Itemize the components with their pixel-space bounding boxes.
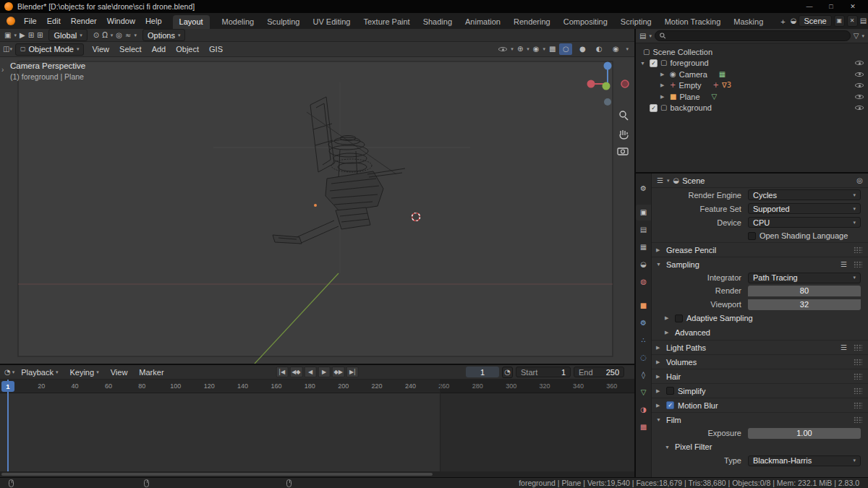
adaptive-sampling-checkbox[interactable] — [675, 314, 683, 322]
playback-menu[interactable]: Playback ▾ — [16, 368, 63, 377]
properties-tab[interactable]: ◑ — [636, 402, 651, 418]
collection-checkbox[interactable]: ✓ — [650, 104, 658, 112]
outliner-search[interactable] — [655, 30, 851, 41]
timeline-scrollbar[interactable] — [0, 471, 634, 477]
panel-header-sampling[interactable]: ▼ Sampling ☰ — [652, 257, 868, 271]
properties-tab[interactable]: ▣ — [636, 205, 651, 221]
viewport-canvas[interactable] — [0, 57, 634, 364]
simplify-checkbox[interactable] — [666, 387, 674, 395]
auto-keying-stopwatch-icon[interactable]: ◔ — [502, 367, 513, 378]
panel-drag-grip[interactable] — [854, 344, 862, 351]
workspace-tab[interactable]: Masking — [727, 15, 770, 29]
snap-magnet-icon[interactable]: Ω — [102, 32, 108, 39]
properties-tab[interactable]: ◍ — [636, 274, 651, 290]
maximize-button[interactable]: □ — [820, 1, 842, 12]
proportional-editing-icon[interactable]: ◎ — [116, 32, 122, 39]
options-dropdown[interactable]: Options ▾ — [142, 29, 185, 41]
object-name[interactable]: Empty — [678, 81, 701, 90]
add-workspace-button[interactable]: + — [775, 15, 790, 29]
viewport-menu-item[interactable]: Object — [171, 45, 204, 53]
viewport-menu-item[interactable]: View — [87, 45, 114, 53]
properties-tab[interactable]: ⚙ — [636, 181, 651, 197]
panel-header-light-paths[interactable]: ▶ Light Paths ☰ — [652, 340, 868, 354]
editor-type-icon[interactable]: ◫ — [3, 46, 9, 53]
editor-type-icon[interactable]: ◔ — [4, 369, 11, 376]
gizmos-icon[interactable]: ⊕ — [517, 46, 523, 53]
menu-item[interactable]: Help — [140, 13, 167, 29]
motion-blur-checkbox[interactable]: ✓ — [666, 401, 674, 409]
viewport-3d[interactable]: › Camera Perspective (1) foreground | Pl… — [0, 57, 634, 364]
properties-tab[interactable]: ◌ — [636, 350, 651, 366]
preset-menu-icon[interactable]: ☰ — [841, 261, 847, 268]
editor-type-icon[interactable]: ▣ — [4, 32, 11, 39]
collection-checkbox[interactable]: ✓ — [650, 59, 658, 67]
object-name[interactable]: Plane — [679, 93, 699, 101]
outliner-row-plane[interactable]: ▶ ■ Plane ▽ — [636, 91, 868, 103]
menu-item[interactable]: Render — [66, 13, 102, 29]
panel-drag-grip[interactable] — [854, 416, 862, 423]
active-tool-icon[interactable]: ▶ — [20, 32, 25, 39]
menu-item[interactable]: Window — [102, 13, 140, 29]
hide-eye-icon[interactable] — [855, 82, 864, 90]
properties-tab[interactable]: ▩ — [636, 419, 651, 435]
properties-tab[interactable]: ▤ — [636, 222, 651, 238]
object-name[interactable]: Camera — [679, 70, 707, 79]
disclosure-triangle-icon[interactable]: ▶ — [660, 82, 667, 88]
workspace-tab[interactable]: Sculpting — [260, 15, 306, 29]
hide-eye-icon[interactable] — [855, 93, 864, 100]
panel-drag-grip[interactable] — [854, 373, 862, 380]
workspace-tab[interactable]: Modeling — [216, 15, 261, 29]
frame-start-field[interactable]: Start 1 — [516, 367, 571, 377]
workspace-tab[interactable]: Shading — [417, 15, 459, 29]
panel-drag-grip[interactable] — [854, 359, 862, 365]
panel-drag-grip[interactable] — [854, 402, 862, 408]
axis-z-handle[interactable] — [604, 62, 612, 70]
disclosure-triangle-icon[interactable]: ▶ — [660, 94, 667, 100]
mode-dropdown[interactable]: ▢ Object Mode ▾ — [15, 43, 84, 56]
frame-end-field[interactable]: End 250 — [574, 367, 624, 377]
collection-name[interactable]: background — [670, 103, 712, 112]
shading-rendered-button[interactable]: ◉ — [609, 43, 622, 55]
xray-toggle-icon[interactable]: ▩ — [549, 46, 556, 53]
panel-header-simplify[interactable]: ▶ Simplify — [652, 383, 868, 398]
viewport-menu-item[interactable]: GIS — [204, 45, 228, 53]
current-frame-field[interactable]: 1 — [466, 367, 499, 377]
disclosure-triangle-icon[interactable]: ▼ — [640, 61, 647, 66]
search-input[interactable] — [669, 32, 846, 40]
render-samples-field[interactable]: 80 — [748, 286, 861, 296]
menu-item[interactable]: File — [19, 13, 42, 29]
properties-tab[interactable]: ▽ — [636, 385, 651, 401]
marker-menu[interactable]: Marker — [134, 368, 169, 377]
viewport-menu-item[interactable]: Select — [114, 45, 147, 53]
viewport-menu-item[interactable]: Add — [147, 45, 171, 53]
collection-name[interactable]: foreground — [670, 59, 708, 67]
play-button[interactable]: ▶ — [318, 367, 331, 377]
orientation-dropdown[interactable]: Global ▾ — [48, 29, 87, 41]
exposure-field[interactable]: 1.00 — [748, 428, 861, 439]
workspace-tab-active[interactable]: Layout — [173, 15, 210, 29]
timeline-scrub-area[interactable]: 20 40 60 80 100 120 140 — [0, 380, 634, 477]
feature-set-dropdown[interactable]: Supported ▾ — [748, 203, 861, 214]
axis-x-handle[interactable] — [587, 80, 595, 88]
blender-menu-button[interactable] — [3, 13, 19, 29]
panel-drag-grip[interactable] — [854, 261, 862, 267]
panel-header-adaptive-sampling[interactable]: ▶ Adaptive Sampling — [652, 311, 868, 325]
close-button[interactable]: ✕ — [842, 1, 864, 12]
jump-to-prev-keyframe-button[interactable]: ◀◆ — [289, 367, 302, 377]
collection-name[interactable]: Scene Collection — [652, 48, 712, 56]
outliner-row-scene-collection[interactable]: ▢ Scene Collection — [636, 46, 868, 58]
shading-solid-button[interactable]: ● — [576, 43, 589, 55]
workspace-tab[interactable]: UV Editing — [306, 15, 357, 29]
editor-type-icon[interactable]: ☰ — [657, 177, 663, 184]
shading-wireframe-button[interactable]: ○ — [559, 43, 572, 55]
workspace-tab[interactable]: Rendering — [507, 15, 557, 29]
integrator-dropdown[interactable]: Path Tracing ▾ — [748, 273, 861, 283]
outliner-row-empty[interactable]: ▶ + Empty + ∇3 — [636, 80, 868, 92]
proportional-falloff-icon[interactable]: ≈ — [125, 32, 131, 39]
panel-header-hair[interactable]: ▶ Hair — [652, 369, 868, 383]
workspace-tab[interactable]: Scripting — [614, 15, 658, 29]
pin-icon[interactable]: ◎ — [856, 177, 863, 184]
playhead-line[interactable] — [7, 380, 9, 471]
view-menu[interactable]: View — [106, 368, 133, 377]
properties-tab[interactable]: ▦ — [636, 239, 651, 255]
